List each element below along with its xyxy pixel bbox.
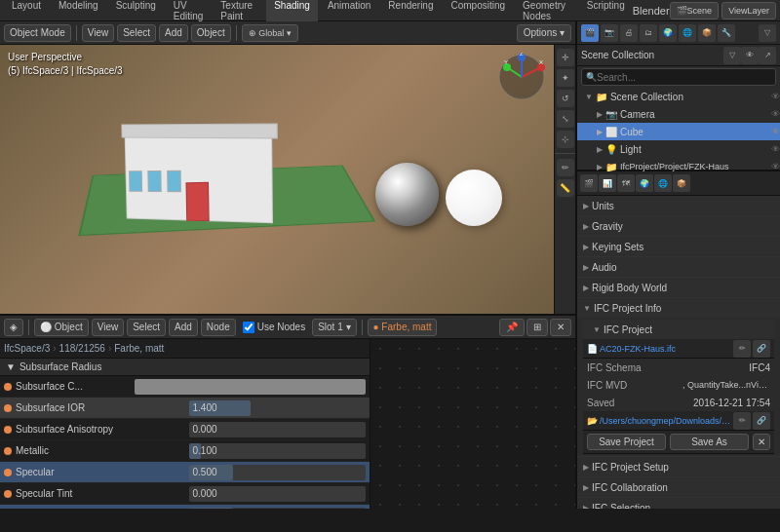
- shader-view-menu[interactable]: View: [92, 319, 125, 336]
- tab-scripting[interactable]: Scripting: [579, 0, 633, 23]
- tool-measure[interactable]: 📏: [557, 179, 574, 197]
- tab-uv-editing[interactable]: UV Editing: [166, 0, 212, 23]
- shader-object-menu[interactable]: ⚪ Object: [34, 319, 89, 336]
- options-btn[interactable]: Options ▾: [517, 24, 571, 42]
- prop-obj-icon[interactable]: 📦: [673, 174, 690, 192]
- shader-row-0[interactable]: Subsurface IOR 1.400: [0, 398, 370, 419]
- tool-transform[interactable]: ⊹: [557, 131, 574, 148]
- view-layer-icon[interactable]: 🗂: [640, 24, 657, 42]
- tool-cursor[interactable]: ✛: [557, 49, 574, 66]
- tool-move[interactable]: ✦: [557, 69, 574, 87]
- shader-node-canvas[interactable]: [370, 339, 575, 509]
- ifc-project-setup-header[interactable]: ▶ IFC Project Setup: [577, 457, 780, 476]
- use-nodes-checkbox[interactable]: [243, 322, 254, 333]
- shader-row-2[interactable]: Metallic 0.100: [0, 440, 370, 462]
- shader-node-menu[interactable]: Node: [201, 319, 236, 336]
- viewport-mode-menu[interactable]: Object Mode: [4, 24, 71, 42]
- view-layer-selector[interactable]: ViewLayer: [722, 2, 776, 19]
- pin-btn[interactable]: 📌: [499, 319, 525, 336]
- path-edit-icon[interactable]: ✏: [733, 412, 751, 430]
- row4-bar[interactable]: 0.000: [189, 486, 367, 502]
- scene-props-icon[interactable]: 🌍: [659, 24, 677, 42]
- scene-icon[interactable]: 🎬: [581, 24, 599, 42]
- row5-bar[interactable]: 0.500: [189, 508, 367, 510]
- light-icon: 💡: [605, 144, 617, 155]
- shader-row-1[interactable]: Subsurface Anisotropy 0.000: [0, 419, 370, 440]
- tree-item-collection[interactable]: ▼ 📁 Scene Collection 👁: [577, 88, 780, 105]
- ifc-file-link-icon[interactable]: 🔗: [753, 340, 770, 358]
- tree-item-camera[interactable]: ▶ 📷 Camera 👁: [577, 105, 780, 123]
- tool-rotate[interactable]: ↺: [557, 90, 574, 107]
- mvd-row: IFC MVD , QuantityTake...nView)Option: [583, 376, 774, 394]
- viewport-select-menu[interactable]: Select: [117, 24, 156, 42]
- shader-add-menu[interactable]: Add: [169, 319, 198, 336]
- close-ifc-button[interactable]: ✕: [753, 434, 770, 450]
- material-selector[interactable]: ● Farbe, matt: [368, 319, 438, 336]
- output-icon[interactable]: 🖨: [620, 24, 638, 42]
- object-icon[interactable]: 📦: [698, 24, 716, 42]
- viewport-view-menu[interactable]: View: [82, 24, 115, 42]
- tool-annotate[interactable]: ✏: [557, 159, 574, 176]
- 3d-viewport[interactable]: User Perspective (5) IfcSpace/3 | IfcSpa…: [0, 45, 575, 314]
- subsurface-color-swatch[interactable]: [135, 379, 366, 395]
- ifc-file-edit-icon[interactable]: ✏: [733, 340, 751, 358]
- prop-output-icon[interactable]: 📊: [599, 174, 616, 192]
- tab-shading[interactable]: Shading: [266, 0, 318, 23]
- modifier-icon[interactable]: 🔧: [718, 24, 735, 42]
- tab-compositing[interactable]: Compositing: [444, 0, 514, 23]
- keying-header[interactable]: ▶ Keying Sets: [577, 237, 780, 256]
- row0-bar[interactable]: 1.400: [189, 400, 367, 416]
- shader-editor-icon[interactable]: ◈: [4, 319, 23, 336]
- tab-modeling[interactable]: Modeling: [51, 0, 106, 23]
- camera-label: Camera: [620, 109, 655, 120]
- outliner-filter-icon[interactable]: ▽: [723, 47, 741, 64]
- tab-layout[interactable]: Layout: [4, 0, 49, 23]
- search-input[interactable]: [597, 72, 771, 83]
- path-link-icon[interactable]: 🔗: [753, 412, 770, 430]
- close-btn[interactable]: ✕: [550, 319, 571, 336]
- shader-row-4[interactable]: Specular Tint 0.000: [0, 483, 370, 505]
- prop-view-icon[interactable]: 🗺: [617, 174, 635, 192]
- row2-bar[interactable]: 0.100: [189, 443, 367, 459]
- row3-bar[interactable]: 0.500: [189, 465, 367, 480]
- subsurface-color-row[interactable]: Subsurface C...: [0, 376, 370, 398]
- tool-scale[interactable]: ⤡: [557, 110, 574, 128]
- tab-animation[interactable]: Animation: [320, 0, 378, 23]
- shader-select-menu[interactable]: Select: [127, 319, 166, 336]
- row1-bar[interactable]: 0.000: [189, 422, 367, 437]
- prop-scene-icon[interactable]: 🌍: [636, 174, 653, 192]
- gravity-header[interactable]: ▶ Gravity: [577, 216, 780, 236]
- prop-render-icon[interactable]: 🎬: [580, 174, 598, 192]
- prop-world-icon[interactable]: 🌐: [654, 174, 672, 192]
- viewport-object-menu[interactable]: Object: [191, 24, 231, 42]
- outliner-search[interactable]: 🔍: [581, 68, 776, 86]
- transform-global[interactable]: ⊕ Global ▾: [242, 24, 298, 42]
- ifc-project-info-header[interactable]: ▼ IFC Project Info: [577, 298, 780, 318]
- dropdown-title[interactable]: ▼ Subsurface Radius: [0, 359, 370, 376]
- rigid-body-header[interactable]: ▶ Rigid Body World: [577, 278, 780, 297]
- tree-item-cube[interactable]: ▶ ⬜ Cube 👁: [577, 123, 780, 140]
- save-project-button[interactable]: Save Project: [587, 434, 666, 450]
- slot-selector[interactable]: Slot 1 ▾: [312, 319, 356, 336]
- ifc-collaboration-header[interactable]: ▶ IFC Collaboration: [577, 477, 780, 497]
- outliner-select-icon[interactable]: ↗: [759, 47, 776, 64]
- shader-row-3[interactable]: Specular 0.500: [0, 462, 370, 483]
- world-icon[interactable]: 🌐: [679, 24, 696, 42]
- view-all-btn[interactable]: ⊞: [526, 319, 548, 336]
- tab-texture-paint[interactable]: Texture Paint: [213, 0, 264, 23]
- scene-selector[interactable]: 🎬 Scene: [670, 2, 720, 19]
- save-as-button[interactable]: Save As: [670, 434, 749, 450]
- ifc-selection-header[interactable]: ▶ IFC Selection: [577, 498, 780, 509]
- tab-geometry-nodes[interactable]: Geometry Nodes: [515, 0, 577, 23]
- filter-icon[interactable]: ▽: [759, 24, 776, 42]
- units-header[interactable]: ▶ Units: [577, 196, 780, 215]
- outliner-visibility-icon[interactable]: 👁: [741, 47, 759, 64]
- tree-item-light[interactable]: ▶ 💡 Light 👁: [577, 140, 780, 158]
- tab-rendering[interactable]: Rendering: [380, 0, 441, 23]
- render-icon[interactable]: 📷: [601, 24, 618, 42]
- ifc-project-sub-header[interactable]: ▼ IFC Project: [583, 320, 774, 339]
- viewport-add-menu[interactable]: Add: [159, 24, 188, 42]
- tab-sculpting[interactable]: Sculpting: [108, 0, 164, 23]
- shader-row-5[interactable]: Roughness 0.500: [0, 505, 370, 509]
- audio-header[interactable]: ▶ Audio: [577, 257, 780, 277]
